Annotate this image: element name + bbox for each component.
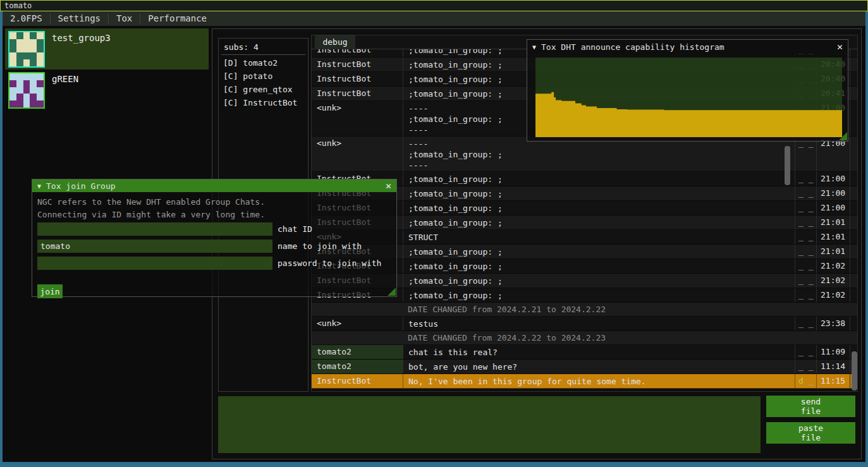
group-list-item-gREEN[interactable]: gREEN (5, 70, 209, 111)
timestamp-cell: 11:09 (816, 345, 850, 359)
delivery-status-cell: _ _ (795, 317, 816, 331)
join-name-input[interactable] (37, 240, 272, 253)
chat-row[interactable]: <unk>testus_ _23:38 (312, 317, 857, 331)
fps-counter: 2.0FPS (3, 11, 50, 26)
menu-item-tox[interactable]: Tox (109, 11, 140, 26)
paste-file-button[interactable]: paste file (766, 422, 855, 444)
message-cell: STRUCT (403, 230, 795, 244)
chat-row[interactable]: tomato2chat is this real?_ _11:09 (312, 345, 857, 360)
menu-item-performance[interactable]: Performance (140, 11, 214, 26)
join-password-label: password to join with (278, 257, 381, 270)
delivery-status-cell: _ _ (795, 259, 816, 273)
join-password-input[interactable] (37, 257, 272, 270)
delivery-status-cell: _ _ (795, 201, 816, 215)
timestamp-cell: 21:01 (816, 215, 850, 229)
sender-cell: <unk> (312, 136, 403, 171)
message-input[interactable] (218, 396, 761, 453)
message-cell: ;tomato_in_group: ; (403, 259, 795, 273)
timestamp-cell: 11:15 (816, 374, 850, 388)
chat-id-label: chat ID (278, 222, 312, 236)
member-item[interactable]: [C] InstructBot (223, 98, 297, 107)
timestamp-cell: 11:14 (816, 360, 850, 373)
divider (221, 54, 305, 55)
resize-grip-icon[interactable] (839, 132, 847, 140)
desktop-background: tomato 2.0FPS Settings Tox Performance t… (0, 0, 868, 467)
delivery-status-cell: _ _ (795, 360, 816, 373)
window-title: Tox join Group (46, 181, 381, 191)
timestamp-cell: 21:00 (816, 186, 850, 200)
member-item[interactable]: [C] potato (223, 71, 272, 81)
join-group-window: ▼ Tox join Group ✕ NGC refers to the New… (32, 179, 397, 297)
close-icon[interactable]: ✕ (386, 179, 391, 192)
message-cell: ;tomato_in_group: ; (403, 172, 795, 186)
sender-cell: tomato2 (312, 345, 403, 359)
sender-cell: <unk> (312, 317, 403, 331)
window-scrollbar-thumb[interactable] (852, 351, 857, 391)
subs-count: subs: 4 (224, 42, 259, 52)
group-avatar (8, 72, 45, 109)
join-button[interactable]: join (37, 284, 63, 298)
join-description-line: NGC refers to the New DHT enabled Group … (37, 197, 265, 207)
message-cell: ;tomato_in_group: ; (403, 245, 795, 258)
chat-row[interactable]: InstructBotNo, I've been in this group f… (312, 374, 857, 389)
delivery-status-cell: _ _ (795, 245, 816, 258)
date-changed-text: DATE CHANGED from 2024.2.21 to 2024.2.22 (312, 303, 857, 314)
delivery-status-cell: _ _ (795, 230, 816, 244)
delivery-status-cell: _ _ (795, 215, 816, 229)
date-changed-text: DATE CHANGED from 2024.2.22 to 2024.2.23 (312, 331, 857, 343)
timestamp-cell: 21:02 (816, 274, 850, 288)
message-cell: chat is this real? (403, 345, 795, 359)
date-changed-row[interactable]: DATE CHANGED from 2024.2.21 to 2024.2.22 (312, 303, 857, 317)
sender-cell: InstructBot (312, 58, 403, 71)
timestamp-cell: 21:00 (816, 136, 850, 171)
member-item[interactable]: [C] green_qtox (223, 85, 293, 94)
dht-histogram-body (527, 54, 848, 141)
sender-cell: <unk> (312, 101, 403, 136)
group-name: gREEN (52, 74, 78, 84)
app-titlebar: tomato (0, 0, 868, 11)
delivery-status-cell: _ _ (795, 345, 816, 359)
group-name: test_group3 (52, 33, 111, 43)
message-cell: ;tomato_in_group: ; (403, 215, 795, 229)
message-cell: bot, are you new here? (403, 360, 795, 373)
message-cell: ;tomato_in_group: ; (403, 186, 795, 200)
sender-cell: InstructBot (312, 72, 403, 86)
sender-cell: InstructBot (312, 374, 403, 388)
message-cell: ----;tomato_in_group: ;---- (403, 136, 795, 171)
dht-capability-histogram-plot (535, 58, 842, 137)
tab-debug[interactable]: debug (315, 35, 355, 49)
join-group-titlebar[interactable]: ▼ Tox join Group ✕ (32, 179, 396, 192)
timestamp-cell: 21:01 (816, 245, 850, 258)
message-list-scrollbar-thumb[interactable] (785, 146, 790, 185)
sender-cell: tomato2 (312, 360, 403, 373)
close-icon[interactable]: ✕ (837, 40, 843, 53)
dht-histogram-titlebar[interactable]: ▼ Tox DHT announce capability histogram … (527, 40, 848, 54)
message-cell: ;tomato_in_group: ; (403, 201, 795, 215)
collapse-arrow-icon[interactable]: ▼ (37, 183, 41, 190)
collapse-arrow-icon[interactable]: ▼ (532, 44, 536, 51)
dht-histogram-window: ▼ Tox DHT announce capability histogram … (527, 39, 848, 142)
send-file-button[interactable]: send file (766, 396, 855, 417)
delivery-status-cell: _ _ (795, 186, 816, 200)
group-avatar (8, 31, 45, 68)
menu-bar: 2.0FPS Settings Tox Performance (3, 11, 865, 26)
chat-row[interactable]: <unk>----;tomato_in_group: ;----_ _21:00 (312, 136, 857, 172)
date-changed-row[interactable]: DATE CHANGED from 2024.2.22 to 2024.2.23 (312, 331, 857, 345)
timestamp-cell: 21:00 (816, 172, 850, 186)
menu-item-settings[interactable]: Settings (51, 11, 108, 26)
sender-cell: InstructBot (312, 87, 403, 100)
chat-row[interactable]: tomato2bot, are you new here?_ _11:14 (312, 360, 857, 374)
join-description-line: Connecting via ID might take a very long… (37, 210, 265, 219)
histogram-series (535, 58, 842, 137)
window-title: Tox DHT announce capability histogram (541, 42, 832, 52)
timestamp-cell: 21:02 (816, 259, 850, 273)
chat-id-input[interactable] (37, 222, 272, 236)
message-cell: ;tomato_in_group: ; (403, 288, 795, 302)
resize-grip-icon[interactable] (388, 288, 396, 296)
timestamp-cell: 21:00 (816, 201, 850, 215)
member-item[interactable]: [D] tomato2 (223, 58, 278, 68)
timestamp-cell: 21:01 (816, 230, 850, 244)
timestamp-cell: 21:02 (816, 288, 850, 302)
group-list-item-test_group3[interactable]: test_group3 (5, 28, 209, 70)
join-group-body: NGC refers to the New DHT enabled Group … (32, 192, 396, 296)
